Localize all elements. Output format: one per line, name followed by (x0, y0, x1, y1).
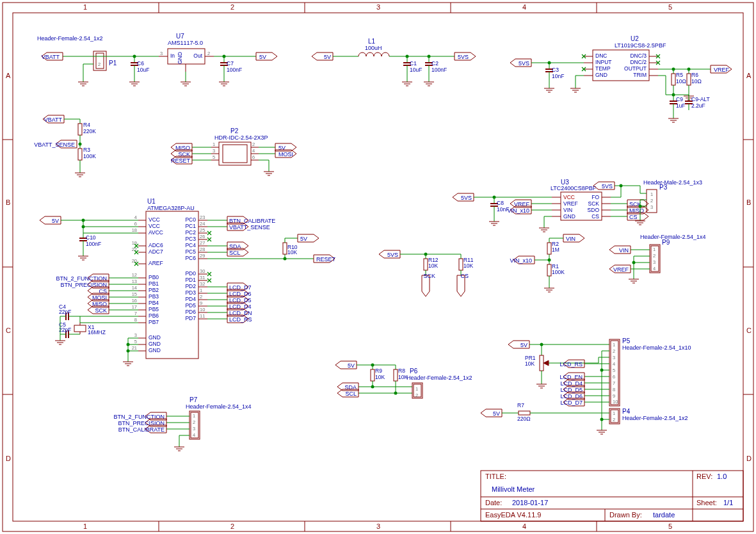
svg-text:3: 3 (213, 148, 215, 154)
rev-value: 1.0 (717, 473, 727, 480)
mcu-block: U1 ATMEGA328P-AU VCC VCC AVCC ADC6 ADC7 … (40, 198, 336, 366)
svg-text:VIN_x10: VIN_x10 (507, 207, 529, 214)
svg-text:3: 3 (193, 426, 195, 432)
svg-text:10uF: 10uF (137, 67, 149, 73)
svg-text:R5: R5 (676, 72, 683, 78)
svg-text:VIN: VIN (563, 207, 572, 213)
svg-text:5VS: 5VS (461, 195, 472, 201)
svg-text:PD7: PD7 (185, 315, 196, 321)
svg-text:6: 6 (252, 154, 255, 160)
svg-text:7: 7 (613, 380, 615, 386)
svg-text:SCK: SCK (588, 200, 600, 207)
svg-text:VBATT_SENSE: VBATT_SENSE (34, 142, 75, 148)
svg-text:R9: R9 (375, 368, 382, 374)
svg-text:LCD_RS: LCD_RS (559, 361, 583, 368)
svg-text:10: 10 (200, 307, 205, 312)
svg-text:SCK: SCK (95, 307, 107, 314)
svg-point-475 (371, 385, 374, 389)
svg-text:VBATT_SENSE: VBATT_SENSE (229, 224, 270, 231)
svg-text:GND: GND (563, 213, 575, 220)
svg-text:PB0: PB0 (149, 274, 159, 280)
svg-text:P1: P1 (109, 60, 117, 67)
svg-text:B: B (746, 198, 751, 206)
svg-text:16MHZ: 16MHZ (88, 329, 106, 336)
svg-text:5V: 5V (300, 236, 307, 242)
svg-text:P2: P2 (230, 127, 239, 134)
svg-text:14: 14 (132, 285, 137, 291)
svg-text:R3: R3 (83, 147, 90, 153)
svg-text:D: D (746, 455, 752, 462)
svg-text:C2: C2 (431, 60, 438, 67)
svg-text:VCC: VCC (563, 194, 575, 200)
svg-text:Header-Female-2.54_1x2: Header-Female-2.54_1x2 (622, 415, 688, 421)
svg-text:PB6: PB6 (149, 312, 159, 319)
svg-text:PB7: PB7 (149, 319, 159, 325)
svg-text:R8: R8 (398, 368, 405, 374)
title-label: TITLE: (485, 473, 506, 480)
vbatt-sense-block: VBATT R4220K VBATT_SENSE R3100K (34, 115, 96, 177)
svg-text:5V: 5V (493, 410, 500, 417)
svg-text:PC2: PC2 (185, 229, 196, 236)
svg-text:3: 3 (376, 522, 380, 530)
svg-text:2: 2 (650, 198, 653, 204)
svg-text:LT1019CS8-2.5PBF: LT1019CS8-2.5PBF (615, 42, 666, 49)
svg-text:HDR-IDC-2.54-2X3P: HDR-IDC-2.54-2X3P (214, 134, 268, 141)
svg-text:26: 26 (200, 234, 205, 239)
svg-text:5V: 5V (52, 218, 59, 224)
title-value: Millivolt Meter (492, 485, 535, 493)
vin-divider-block: VIN R21M VIN_x10 R1100K P9Header-Female-… (510, 234, 705, 292)
svg-point-556 (600, 418, 604, 421)
svg-text:31: 31 (200, 275, 205, 280)
drawn-by-label: Drawn By: (609, 511, 642, 519)
isp-header-block: P2 HDR-IDC-2.54-2X3P 1 3 5 2 4 6 MISO SC… (171, 127, 296, 175)
svg-text:3: 3 (376, 3, 380, 11)
svg-text:FO: FO (591, 194, 599, 200)
svg-text:3: 3 (160, 51, 163, 56)
svg-text:25: 25 (200, 227, 205, 233)
title-block: TITLE: Millivolt Meter Date: 2018-01-17 … (481, 471, 743, 521)
svg-text:1: 1 (653, 247, 655, 252)
svg-text:10K: 10K (428, 263, 438, 269)
svg-text:15: 15 (132, 291, 137, 297)
svg-text:C9-ALT: C9-ALT (691, 96, 710, 102)
svg-text:P7: P7 (189, 396, 198, 403)
svg-text:1: 1 (415, 386, 418, 392)
svg-text:100nF: 100nF (86, 241, 101, 247)
svg-text:PC4: PC4 (185, 242, 196, 248)
svg-text:GND: GND (149, 347, 161, 353)
svg-text:PD2: PD2 (185, 283, 196, 289)
svg-text:L1: L1 (368, 38, 376, 45)
svg-text:PB5: PB5 (149, 306, 159, 312)
svg-text:PB2: PB2 (149, 287, 159, 293)
svg-text:GND: GND (149, 334, 161, 341)
svg-text:220Ω: 220Ω (517, 416, 531, 422)
svg-text:C: C (6, 327, 11, 334)
svg-text:10K: 10K (375, 374, 385, 380)
svg-text:28: 28 (200, 247, 205, 252)
svg-text:Header-Female-2.54_1x2: Header-Female-2.54_1x2 (406, 375, 472, 381)
svg-text:1: 1 (193, 413, 195, 419)
svg-text:SCL: SCL (229, 250, 241, 256)
svg-text:LCD_D7: LCD_D7 (560, 400, 583, 406)
svg-text:32: 32 (200, 281, 205, 287)
svg-text:100nF: 100nF (227, 67, 242, 73)
svg-text:5VS: 5VS (519, 60, 529, 67)
date-label: Date: (485, 499, 502, 506)
svg-text:B: B (6, 198, 10, 206)
svg-text:C: C (746, 327, 752, 334)
svg-text:VBATT: VBATT (42, 54, 60, 60)
svg-text:GND: GND (177, 52, 183, 64)
svg-text:4: 4 (613, 361, 615, 367)
svg-text:C8: C8 (497, 200, 504, 206)
svg-text:PD4: PD4 (185, 296, 196, 302)
svg-text:10uF: 10uF (410, 67, 422, 73)
svg-point-478 (394, 392, 398, 395)
svg-point-420 (639, 205, 642, 208)
svg-text:AVCC: AVCC (149, 229, 163, 236)
svg-point-447 (632, 261, 636, 264)
svg-text:PD5: PD5 (185, 302, 196, 309)
svg-text:1M: 1M (552, 247, 559, 253)
svg-text:PD6: PD6 (185, 309, 196, 315)
svg-text:1: 1 (200, 287, 202, 293)
svg-text:10K: 10K (525, 360, 535, 367)
